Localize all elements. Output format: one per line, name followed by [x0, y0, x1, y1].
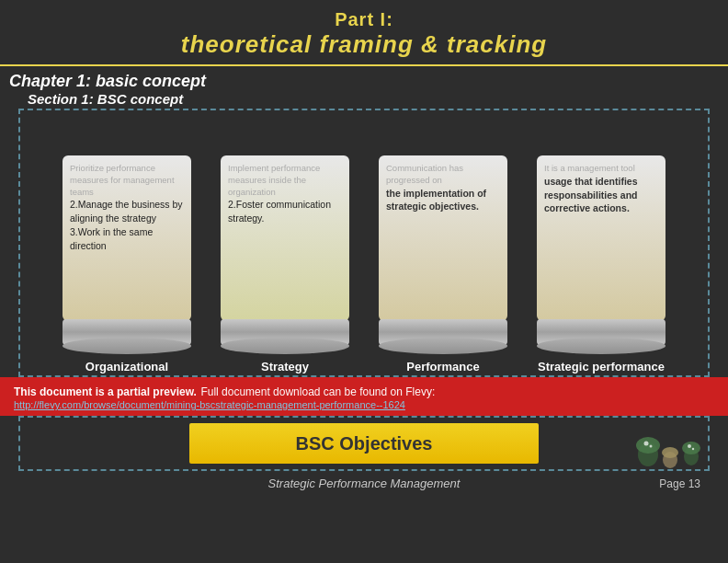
col3-item1: the implementation of strategic objectiv… — [386, 187, 500, 213]
column-performance: Communication has progressed on the impl… — [369, 155, 518, 375]
chapter-section: Chapter 1: basic concept Section 1: BSC … — [0, 66, 728, 109]
svg-point-7 — [650, 445, 653, 448]
col1-cyl-bottom — [63, 338, 191, 354]
decorative-circles — [631, 427, 705, 473]
svg-point-6 — [644, 442, 649, 446]
col2-text-box: Implement performance measures inside th… — [221, 155, 349, 321]
footer-page: Page 13 — [659, 477, 700, 490]
col2-item1: 2.Foster communication strategy. — [228, 198, 342, 224]
red-banner: This document is a partial preview. Full… — [0, 377, 728, 416]
col2-cyl-bottom — [221, 338, 349, 354]
column-organizational: Prioritize performance measures for mana… — [52, 155, 201, 375]
bsc-objectives-button[interactable]: BSC Objectives — [189, 423, 539, 464]
banner-normal-text: Full document download can be found on F… — [200, 385, 435, 398]
col1-faded-text: Prioritize performance measures for mana… — [70, 163, 184, 198]
svg-point-5 — [682, 442, 700, 454]
col2-cylinder — [221, 319, 349, 354]
svg-point-3 — [662, 447, 678, 458]
bsc-objectives-section: BSC Objectives — [18, 416, 710, 471]
footer: Strategic Performance Management Page 13 — [0, 471, 728, 496]
footer-title: Strategic Performance Management — [268, 477, 461, 490]
part-subtitle: theoretical framing & tracking — [0, 30, 728, 59]
column-strategy: Implement performance measures inside th… — [210, 155, 359, 375]
col3-cyl-bottom — [379, 338, 507, 354]
banner-bold-text: This document is a partial preview. — [14, 385, 197, 398]
chapter-title: Chapter 1: basic concept — [9, 72, 719, 91]
col1-item2: 3.Work in the same direction — [70, 225, 184, 252]
col4-faded-text: It is a management tool — [544, 163, 658, 175]
col4-cylinder — [537, 319, 665, 354]
part-label: Part I: — [0, 9, 728, 30]
col1-cylinder — [63, 319, 191, 354]
col3-label: Performance — [369, 358, 518, 375]
header: Part I: theoretical framing & tracking — [0, 0, 728, 66]
col4-label: Strategic performance — [527, 358, 676, 375]
svg-point-9 — [692, 448, 694, 450]
svg-point-8 — [688, 444, 691, 448]
column-strategic-performance: It is a management tool usage that ident… — [527, 155, 676, 375]
svg-point-1 — [636, 437, 660, 454]
col2-faded-text: Implement performance measures inside th… — [228, 163, 342, 198]
col4-cyl-bottom — [537, 338, 665, 354]
col1-item1: 2.Manage the business by aligning the st… — [70, 198, 184, 224]
banner-link[interactable]: http://flevy.com/browse/document/mining-… — [14, 399, 714, 410]
section-title: Section 1: BSC concept — [28, 91, 719, 107]
col2-label: Strategy — [210, 358, 359, 375]
columns-wrapper: Prioritize performance measures for mana… — [18, 109, 710, 377]
col3-cylinder — [379, 319, 507, 354]
col4-item1: usage that identifies responsabilities a… — [544, 175, 658, 215]
col4-text-box: It is a management tool usage that ident… — [537, 155, 665, 321]
main-content: Prioritize performance measures for mana… — [29, 118, 699, 375]
col1-label: Organizational — [52, 358, 201, 375]
col3-faded-text: Communication has progressed on — [386, 163, 500, 187]
col3-text-box: Communication has progressed on the impl… — [379, 155, 507, 321]
col1-text-box: Prioritize performance measures for mana… — [63, 155, 191, 321]
